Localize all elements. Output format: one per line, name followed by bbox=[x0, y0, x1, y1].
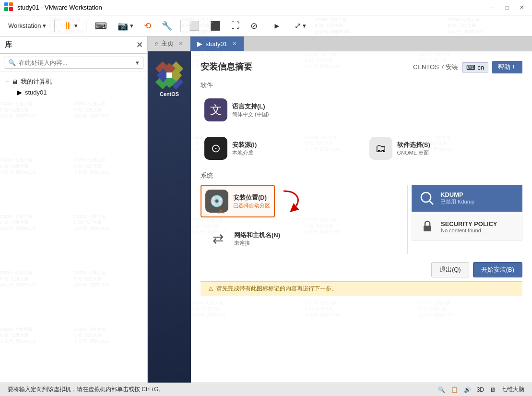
tree-my-computer[interactable]: − 🖥 我的计算机 bbox=[4, 76, 143, 87]
warning-text: 请先完成带有此图标标记的内容再进行下一步。 bbox=[216, 285, 337, 293]
toolbar-separator-3 bbox=[180, 20, 181, 32]
toolbar-separator-4 bbox=[266, 20, 266, 32]
quit-button[interactable]: 退出(Q) bbox=[431, 262, 469, 277]
snapshot-icon: 📷 bbox=[118, 21, 128, 31]
search-dropdown-icon[interactable]: ▾ bbox=[136, 59, 139, 66]
view-normal-button[interactable]: ⬜ bbox=[185, 18, 204, 34]
source-col: ⊙ 安装源(I) 本地介质 bbox=[201, 133, 358, 164]
minimize-button[interactable]: ─ bbox=[486, 3, 499, 12]
sidebar: 库 ✕ 🔍 ▾ CSDN: 七维大脑B 站: 七维大脑公众号: 肥猫PLUS C… bbox=[0, 36, 148, 383]
status-brand: 七维大脑 bbox=[501, 385, 524, 394]
terminal-button[interactable]: ▶_ bbox=[270, 18, 288, 34]
tree-study01-label: study01 bbox=[25, 89, 47, 96]
software-selection-icon: 🗂 bbox=[369, 137, 392, 160]
tab-home[interactable]: ⌂ 主页 ✕ bbox=[148, 36, 190, 51]
window-controls: ─ □ ✕ bbox=[486, 3, 528, 12]
home-tab-close[interactable]: ✕ bbox=[178, 40, 183, 47]
search-box[interactable]: 🔍 ▾ bbox=[4, 57, 143, 69]
vm-icon: ▶ bbox=[17, 89, 22, 96]
study01-tab-icon: ▶ bbox=[197, 40, 202, 48]
kdump-item[interactable]: KDUMP 已禁用 Kdump bbox=[412, 185, 522, 212]
source-items-row: ⊙ 安装源(I) 本地介质 🗂 bbox=[201, 133, 522, 164]
network-arrows-glyph: ⇄ bbox=[213, 231, 224, 247]
vm-sidebar: CentOS bbox=[148, 51, 191, 383]
sidebar-search-area: 🔍 ▾ bbox=[0, 54, 147, 72]
tree-my-computer-label: 我的计算机 bbox=[21, 77, 52, 86]
maximize-button[interactable]: □ bbox=[500, 3, 514, 12]
status-audio-icon: 🔊 bbox=[464, 386, 471, 393]
vm-content: CentOS CSDN: 七维大脑B 站: 七维大脑公众号: 肥猫PLUS CS… bbox=[148, 51, 532, 383]
source-text: 安装源(I) 本地介质 bbox=[232, 141, 257, 156]
kdump-title: KDUMP bbox=[440, 191, 474, 198]
tab-study01[interactable]: ▶ study01 ✕ bbox=[190, 36, 244, 51]
right-items: KDUMP 已禁用 Kdump bbox=[412, 185, 522, 240]
location-item[interactable]: 💿 安装位置(D) 已选择自动分区 ⚠ bbox=[201, 185, 275, 217]
zoom-button[interactable]: ⤢ ▾ bbox=[290, 18, 310, 34]
close-button[interactable]: ✕ bbox=[515, 3, 528, 12]
search-circle-icon bbox=[419, 191, 435, 206]
svg-rect-17 bbox=[424, 226, 431, 231]
settings-button[interactable]: 🔧 bbox=[157, 18, 177, 34]
software-selection-text: 软件选择(S) GNOME 桌面 bbox=[397, 141, 430, 156]
toolbar-separator-2 bbox=[86, 20, 86, 32]
red-arrow-icon bbox=[279, 186, 307, 215]
home-tab-label: 主页 bbox=[161, 39, 174, 48]
warning-icon: ⚠ bbox=[208, 286, 213, 292]
keyboard-icon: ⌨ bbox=[466, 64, 475, 71]
network-subtitle: 未连接 bbox=[234, 240, 280, 247]
view-full-button[interactable]: ⛶ bbox=[227, 18, 244, 34]
language-text: 语言支持(L) 简体中文 (中国) bbox=[232, 102, 269, 118]
network-item[interactable]: ⇄ 网络和主机名(N) 未连接 bbox=[202, 223, 407, 254]
software-items-row: 文 语言支持(L) 简体中文 (中国) bbox=[201, 95, 522, 125]
system-right: KDUMP 已禁用 Kdump bbox=[407, 185, 522, 254]
centos-logo: CentOS bbox=[155, 61, 184, 97]
source-subtitle: 本地介质 bbox=[232, 149, 257, 156]
sidebar-close-button[interactable]: ✕ bbox=[136, 40, 142, 49]
study01-tab-close[interactable]: ✕ bbox=[232, 40, 237, 47]
begin-install-button[interactable]: 开始安装(B) bbox=[473, 262, 522, 277]
language-item[interactable]: 文 语言支持(L) 简体中文 (中国) bbox=[201, 95, 287, 125]
network-title: 网络和主机名(N) bbox=[234, 231, 280, 240]
revert-button[interactable]: ⟲ bbox=[140, 18, 155, 34]
workstation-menu-button[interactable]: Workstation ▾ bbox=[4, 18, 50, 34]
security-policy-item[interactable]: SECURITY POLICY No content found bbox=[412, 213, 522, 240]
software-selection-item[interactable]: 🗂 软件选择(S) GNOME 桌面 bbox=[366, 133, 523, 164]
source-item[interactable]: ⊙ 安装源(I) 本地介质 bbox=[201, 133, 358, 164]
pause-resume-button[interactable]: ⏸ ▾ bbox=[59, 18, 82, 34]
language-icon: 文 bbox=[204, 98, 227, 121]
tree-expand-icon: − bbox=[6, 79, 9, 84]
view-unity-button[interactable]: ⬛ bbox=[206, 18, 225, 34]
location-title: 安装位置(D) bbox=[233, 193, 270, 202]
system-section-label: 系统 bbox=[201, 171, 522, 180]
view-unity-icon: ⬛ bbox=[210, 21, 221, 31]
keyboard-icon: ⌨ bbox=[95, 21, 107, 31]
view-full-icon: ⛶ bbox=[231, 21, 240, 31]
source-glyph: ⊙ bbox=[211, 142, 221, 155]
dropdown-arrow-icon: ▾ bbox=[43, 22, 46, 29]
toolbar: CSDN: 七维大脑B 站: 七维大脑公众号: 肥猫PLUS CSDN: 七维大… bbox=[0, 15, 532, 36]
view-no-border-button[interactable]: ⊘ bbox=[246, 18, 262, 34]
snapshot-button[interactable]: 📷 ▾ bbox=[113, 18, 138, 34]
revert-icon: ⟲ bbox=[144, 21, 151, 31]
svg-rect-1 bbox=[9, 2, 13, 6]
install-header: 安装信息摘要 CENTOS 7 安装 ⌨ cn 帮助！ bbox=[201, 61, 522, 73]
kdump-icon bbox=[418, 190, 436, 207]
window-title: study01 - VMware Workstation bbox=[17, 4, 102, 11]
svg-rect-2 bbox=[4, 7, 8, 11]
language-title: 语言支持(L) bbox=[232, 102, 269, 111]
sidebar-watermark: CSDN: 七维大脑B 站: 七维大脑公众号: 肥猫PLUS CSDN: 七维大… bbox=[0, 101, 147, 383]
zoom-icon: ⤢ bbox=[295, 21, 301, 30]
source-title: 安装源(I) bbox=[232, 141, 257, 149]
tree-study01[interactable]: ▶ study01 bbox=[15, 87, 143, 97]
svg-rect-13 bbox=[166, 72, 172, 78]
arrow-annotation bbox=[279, 186, 307, 216]
help-button[interactable]: 帮助！ bbox=[492, 61, 522, 73]
system-row: 💿 安装位置(D) 已选择自动分区 ⚠ bbox=[201, 185, 522, 254]
search-input[interactable] bbox=[19, 59, 134, 66]
send-ctrl-alt-del-button[interactable]: ⌨ bbox=[90, 18, 111, 34]
terminal-icon: ▶_ bbox=[274, 21, 284, 30]
app-icon bbox=[4, 2, 13, 13]
security-policy-title: SECURITY POLICY bbox=[441, 220, 497, 228]
install-footer: 退出(Q) 开始安装(B) bbox=[201, 258, 522, 281]
status-right: 🔍 📋 🔊 3D 🖥 七维大脑 bbox=[438, 385, 524, 394]
